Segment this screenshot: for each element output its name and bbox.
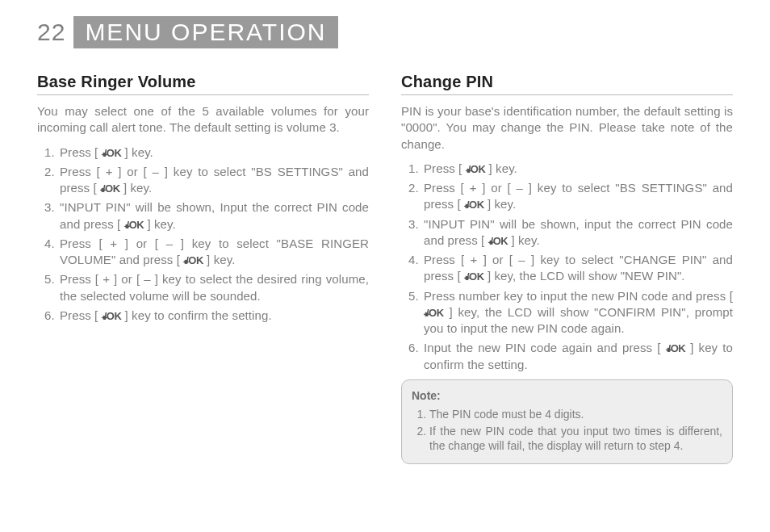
note-title: Note: <box>412 389 441 402</box>
page-header: 22 MENU OPERATION <box>37 16 733 48</box>
ok-icon: ◂▸/OK <box>666 342 686 354</box>
step-item: Press [ ◂▸/OK ] key. <box>422 161 733 177</box>
right-column: Change PIN PIN is your base's identifica… <box>401 73 733 464</box>
left-rule <box>37 94 369 95</box>
ok-icon: ◂▸/OK <box>100 182 120 195</box>
left-column: Base Ringer Volume You may select one of… <box>37 73 369 464</box>
step-item: Press [ + ] or [ – ] key to select "CHAN… <box>422 252 733 285</box>
content-columns: Base Ringer Volume You may select one of… <box>37 73 733 464</box>
step-item: Press [ + ] or [ – ] key to select the d… <box>58 271 369 304</box>
step-item: Input the new PIN code again and press [… <box>422 340 733 373</box>
page-number: 22 <box>37 16 73 48</box>
step-item: "INPUT PIN" will be shown, input the cor… <box>422 216 733 249</box>
ok-icon: ◂▸/OK <box>464 270 484 283</box>
right-lead: PIN is your base's identification number… <box>401 103 733 153</box>
ok-icon: ◂▸/OK <box>102 147 122 159</box>
ok-icon: ◂▸/OK <box>466 163 486 175</box>
step-item: "INPUT PIN" will be shown, Input the cor… <box>58 199 369 232</box>
note-items: The PIN code must be 4 digits.If the new… <box>412 407 722 455</box>
right-steps: Press [ ◂▸/OK ] key.Press [ + ] or [ – ]… <box>401 161 733 373</box>
ok-icon: ◂▸/OK <box>102 310 122 322</box>
step-item: Press number key to input the new PIN co… <box>422 288 733 337</box>
step-item: Press [ + ] or [ – ] key to select "BASE… <box>58 236 369 269</box>
manual-page: 22 MENU OPERATION Base Ringer Volume You… <box>0 0 770 532</box>
left-heading: Base Ringer Volume <box>37 73 369 91</box>
step-item: Press [ + ] or [ – ] key to select "BS S… <box>422 180 733 213</box>
left-steps: Press [ ◂▸/OK ] key.Press [ + ] or [ – ]… <box>37 145 369 325</box>
note-box: Note: The PIN code must be 4 digits.If t… <box>401 379 733 465</box>
right-heading: Change PIN <box>401 73 733 91</box>
section-title: MENU OPERATION <box>73 16 337 48</box>
right-rule <box>401 94 733 95</box>
ok-icon: ◂▸/OK <box>183 254 203 266</box>
ok-icon: ◂▸/OK <box>424 307 444 319</box>
step-item: Press [ ◂▸/OK ] key to confirm the setti… <box>58 308 369 324</box>
note-item: If the new PIN code that you input two t… <box>429 424 722 455</box>
ok-icon: ◂▸/OK <box>488 235 508 247</box>
step-item: Press [ + ] or [ – ] key to select "BS S… <box>58 164 369 197</box>
note-item: The PIN code must be 4 digits. <box>429 407 722 422</box>
left-lead: You may select one of the 5 available vo… <box>37 103 369 136</box>
step-item: Press [ ◂▸/OK ] key. <box>58 145 369 161</box>
ok-icon: ◂▸/OK <box>464 199 484 211</box>
ok-icon: ◂▸/OK <box>124 219 144 231</box>
